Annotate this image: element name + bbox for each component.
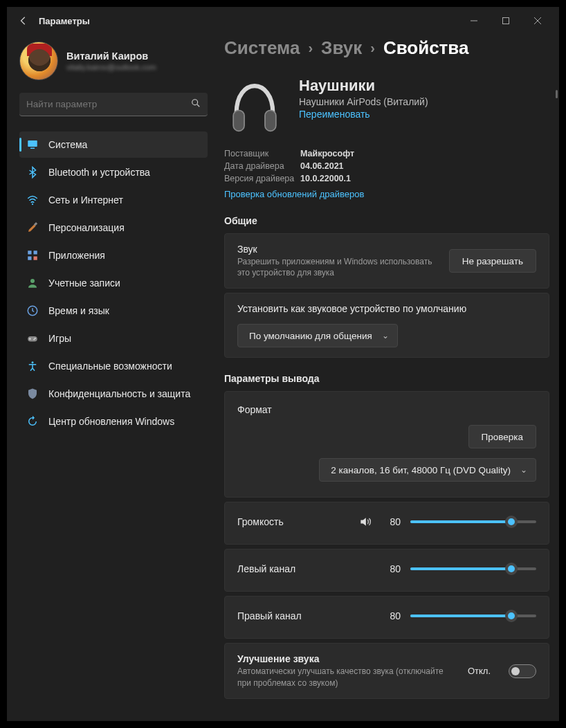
close-button[interactable]: [522, 10, 554, 32]
sidebar-item-label: Конфиденциальность и защита: [48, 388, 190, 399]
check-driver-updates-link[interactable]: Проверка обновлений драйверов: [224, 189, 364, 199]
apps-icon: [26, 249, 39, 262]
provider-row: ПоставщикМайкрософт: [224, 149, 549, 158]
right-value: 80: [383, 610, 401, 621]
crumb-system[interactable]: Система: [224, 37, 300, 59]
svg-point-12: [30, 279, 35, 283]
sidebar-item-update[interactable]: Центр обновления Windows: [19, 408, 208, 435]
sound-title: Звук: [237, 244, 438, 255]
chevron-down-icon: ⌄: [520, 465, 527, 475]
headphones-icon: [224, 77, 285, 138]
sidebar-item-shield[interactable]: Конфиденциальность и защита: [19, 381, 208, 407]
back-button[interactable]: [12, 10, 35, 32]
sidebar-item-monitor[interactable]: Система: [19, 131, 208, 158]
sidebar-item-label: Учетные записи: [48, 277, 120, 289]
maximize-button[interactable]: [490, 10, 522, 32]
svg-point-16: [33, 339, 35, 340]
test-button[interactable]: Проверка: [468, 425, 536, 448]
sidebar-item-gamepad[interactable]: Игры: [19, 325, 208, 352]
right-slider[interactable]: [410, 609, 536, 623]
sidebar-item-brush[interactable]: Персонализация: [19, 215, 208, 241]
user-name: Виталий Каиров: [66, 51, 156, 62]
default-selected: По умолчанию для общения: [249, 331, 372, 341]
svg-point-6: [32, 203, 33, 205]
card-sound-permission: Звук Разрешить приложениям и Windows исп…: [224, 233, 549, 289]
sidebar-item-label: Система: [48, 139, 87, 150]
nav-list: СистемаBluetooth и устройстваСеть и Инте…: [19, 131, 208, 435]
left-slider[interactable]: [410, 562, 536, 576]
minimize-button[interactable]: [458, 10, 490, 32]
settings-window: Параметры Виталий Каиров vitaliy.kairov@…: [7, 7, 559, 721]
svg-rect-9: [34, 251, 37, 254]
right-label: Правый канал: [237, 610, 348, 621]
svg-point-17: [32, 361, 34, 363]
update-icon: [26, 415, 39, 428]
svg-rect-19: [265, 110, 276, 131]
driver-date-row: Дата драйвера04.06.2021: [224, 161, 549, 171]
rename-link[interactable]: Переименовать: [299, 109, 428, 120]
chevron-right-icon: ›: [308, 40, 313, 56]
svg-rect-11: [34, 257, 37, 260]
format-select[interactable]: 2 каналов, 16 бит, 48000 Гц (DVD Quality…: [319, 458, 536, 482]
default-title: Установить как звуковое устройство по ум…: [237, 303, 536, 314]
device-subtitle: Наушники AirPods (Виталий): [299, 96, 428, 107]
sidebar-item-wifi[interactable]: Сеть и Интернет: [19, 187, 208, 213]
svg-point-15: [35, 338, 36, 339]
sidebar-item-label: Персонализация: [48, 222, 125, 233]
chevron-right-icon: ›: [370, 40, 375, 56]
svg-rect-10: [28, 257, 31, 260]
format-selected: 2 каналов, 16 бит, 48000 Гц (DVD Quality…: [331, 465, 511, 475]
format-label: Формат: [237, 404, 536, 415]
volume-label: Громкость: [237, 516, 348, 527]
crumb-sound[interactable]: Звук: [321, 37, 362, 59]
section-general: Общие: [224, 215, 549, 226]
sidebar-item-label: Игры: [48, 333, 71, 344]
wifi-icon: [26, 194, 39, 206]
left-value: 80: [383, 563, 401, 574]
svg-rect-18: [233, 110, 244, 131]
bluetooth-icon: [26, 166, 39, 179]
main-content: Система › Звук › Свойства Наушники Наушн…: [214, 35, 559, 721]
person-icon: [26, 277, 39, 289]
brush-icon: [26, 221, 39, 234]
titlebar: Параметры: [7, 7, 559, 35]
monitor-icon: [26, 138, 39, 151]
shield-icon: [26, 388, 39, 400]
device-header: Наушники Наушники AirPods (Виталий) Пере…: [224, 77, 549, 138]
scrollbar[interactable]: [556, 90, 558, 98]
sidebar-item-label: Время и язык: [48, 305, 109, 316]
default-select[interactable]: По умолчанию для общения ⌄: [237, 324, 398, 347]
sound-sub: Разрешить приложениям и Windows использо…: [237, 256, 438, 278]
user-email: vitaliy.kairov@outlook.com: [66, 63, 156, 71]
sidebar-item-apps[interactable]: Приложения: [19, 242, 208, 269]
volume-value: 80: [383, 516, 401, 527]
chevron-down-icon: ⌄: [382, 331, 389, 340]
svg-point-2: [192, 99, 198, 104]
card-right-channel: Правый канал 80: [224, 596, 549, 639]
deny-button[interactable]: Не разрешать: [449, 249, 536, 273]
search-icon: [191, 98, 201, 111]
left-label: Левый канал: [237, 563, 348, 574]
sidebar-item-accessibility[interactable]: Специальные возможности: [19, 353, 208, 379]
search-box[interactable]: [19, 93, 208, 116]
sidebar-item-label: Центр обновления Windows: [48, 416, 174, 427]
sidebar-item-person[interactable]: Учетные записи: [19, 270, 208, 296]
section-output: Параметры вывода: [224, 373, 549, 384]
search-input[interactable]: [26, 99, 191, 109]
accessibility-icon: [26, 360, 39, 372]
card-format: Формат Проверка 2 каналов, 16 бит, 48000…: [224, 391, 549, 498]
enhance-toggle[interactable]: [509, 664, 536, 678]
card-enhance: Улучшение звука Автоматически улучшать к…: [224, 643, 549, 698]
volume-slider[interactable]: [410, 515, 536, 529]
toggle-label: Откл.: [468, 666, 491, 676]
sidebar: Виталий Каиров vitaliy.kairov@outlook.co…: [7, 35, 214, 721]
sidebar-item-bluetooth[interactable]: Bluetooth и устройства: [19, 159, 208, 185]
svg-rect-8: [28, 251, 31, 254]
user-block[interactable]: Виталий Каиров vitaliy.kairov@outlook.co…: [19, 35, 208, 93]
speaker-icon[interactable]: [358, 515, 373, 529]
svg-rect-1: [503, 18, 509, 24]
sidebar-item-clock[interactable]: Время и язык: [19, 298, 208, 324]
svg-rect-4: [28, 140, 37, 147]
gamepad-icon: [26, 332, 39, 345]
card-left-channel: Левый канал 80: [224, 549, 549, 592]
